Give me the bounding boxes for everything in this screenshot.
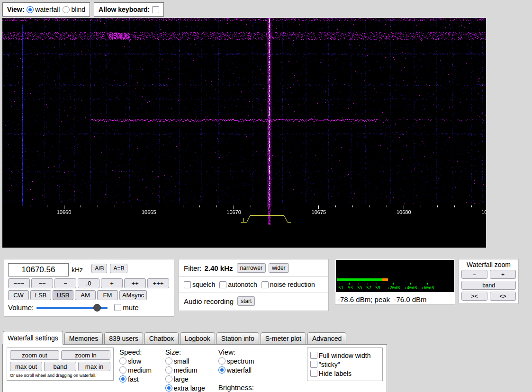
speed-option-slow[interactable]: slow <box>119 357 159 365</box>
frequency-unit-label: kHz <box>72 266 83 274</box>
waterfall-zoom-group: zoom outzoom in max outbandmax in Or use… <box>7 347 114 381</box>
display-option-sticky-checkbox[interactable] <box>310 361 317 368</box>
speed-label: Speed: <box>119 348 159 356</box>
mute-checkbox[interactable] <box>114 304 121 311</box>
display-option-hide-labels-checkbox[interactable] <box>310 370 317 377</box>
mode-button-lsb[interactable]: LSB <box>30 290 51 300</box>
speed-option-fast[interactable]: fast <box>119 375 159 383</box>
filter-narrower-button[interactable]: narrower <box>237 263 266 273</box>
divider <box>179 276 328 276</box>
size-option-small[interactable]: small <box>165 357 212 365</box>
tune-up-medium-button[interactable]: ++ <box>124 278 146 288</box>
filter-option-autonotch-checkbox[interactable] <box>219 281 226 288</box>
filter-option-autonotch-label: autonotch <box>228 281 257 288</box>
view-option-blind-radio[interactable] <box>63 6 70 13</box>
waterfall-zoom-band-button[interactable]: band <box>461 281 516 290</box>
volume-slider-thumb[interactable] <box>93 304 101 312</box>
waterfall-display[interactable] <box>2 18 486 248</box>
waterfall-zoom-in-button[interactable]: + <box>490 270 516 279</box>
waterfall-settings-panel: zoom outzoom in max outbandmax in Or use… <box>2 344 387 392</box>
tune-up-coarse-button[interactable]: +++ <box>147 278 169 288</box>
filter-option-squelch-label: squelch <box>192 281 215 288</box>
mode-button-usb[interactable]: USB <box>53 290 73 300</box>
divider <box>179 293 328 293</box>
allow-keyboard-checkbox[interactable] <box>152 6 159 13</box>
settings-zoom-buttons: zoom outzoom in <box>10 350 110 360</box>
tune-down-medium-button[interactable]: −− <box>31 278 53 288</box>
filter-option-autonotch[interactable]: autonotch <box>219 281 257 288</box>
filter-option-squelch[interactable]: squelch <box>184 281 215 288</box>
view-label: View: <box>7 6 24 13</box>
view-settings-label: View: <box>218 348 301 356</box>
tune-up-fine-button[interactable]: + <box>101 278 123 288</box>
view-option-blind-label: blind <box>71 6 85 13</box>
max-in-button[interactable]: max in <box>78 362 110 371</box>
brightness-label: Brightness: <box>218 383 301 392</box>
tune-down-coarse-button[interactable]: −−− <box>8 278 30 288</box>
tab-memories[interactable]: Memories <box>64 332 103 345</box>
view-option-spectrum-radio[interactable] <box>218 357 225 365</box>
tab-chatbox[interactable]: Chatbox <box>144 332 179 345</box>
memory-buttons: A/BA=B <box>91 264 127 273</box>
frequency-input[interactable] <box>8 263 69 276</box>
band-button[interactable]: band <box>44 362 76 371</box>
speed-group: Speed: slowmediumfast <box>118 347 160 384</box>
mode-button-cw[interactable]: CW <box>8 290 29 300</box>
tab-s-meter-plot[interactable]: S-meter plot <box>261 332 306 345</box>
display-option-sticky[interactable]: "sticky" <box>310 360 379 368</box>
frequency-panel: kHz A/BA=B −−−−−−.0++++++ CWLSBUSBAMFMAM… <box>4 259 174 317</box>
speed-option-fast-radio[interactable] <box>119 375 126 383</box>
tab-station-info[interactable]: Station info <box>216 332 259 345</box>
mode-button-amsync[interactable]: AMsync <box>119 290 147 300</box>
view-option-waterfall-radio[interactable] <box>27 6 34 13</box>
tab-waterfall-settings[interactable]: Waterfall settings <box>3 331 63 345</box>
size-option-medium[interactable]: medium <box>165 366 212 374</box>
mode-button-am[interactable]: AM <box>75 290 96 300</box>
filter-option-noise-reduction[interactable]: noise reduction <box>261 281 315 288</box>
size-option-small-radio[interactable] <box>165 357 172 365</box>
filter-wider-button[interactable]: wider <box>269 263 289 273</box>
top-bar: View: waterfallblind Allow keyboard: <box>2 2 164 17</box>
display-option-hide-labels-label: Hide labels <box>319 370 352 377</box>
display-option-hide-labels[interactable]: Hide labels <box>310 369 379 377</box>
waterfall-shrink-button[interactable]: >< <box>461 292 487 301</box>
speed-options: slowmediumfast <box>119 357 159 383</box>
waterfall-zoom-out-button[interactable]: − <box>461 270 487 279</box>
mute-option[interactable]: mute <box>114 303 138 312</box>
view-option-waterfall[interactable]: waterfall <box>27 6 60 13</box>
speed-option-slow-radio[interactable] <box>119 357 126 365</box>
mode-button-fm[interactable]: FM <box>97 290 118 300</box>
size-option-large-radio[interactable] <box>165 375 172 383</box>
speed-option-fast-label: fast <box>128 375 139 383</box>
size-option-extra-large[interactable]: extra large <box>165 384 212 392</box>
zoom-out-button[interactable]: zoom out <box>10 350 59 360</box>
tab-logbook[interactable]: Logbook <box>180 332 215 345</box>
view-option-waterfall[interactable]: waterfall <box>218 366 301 374</box>
swap-ab-button[interactable]: A/B <box>91 264 107 273</box>
size-option-extra-large-radio[interactable] <box>165 384 172 392</box>
max-out-button[interactable]: max out <box>10 362 42 371</box>
display-option-full-window-width[interactable]: Full window width <box>310 351 379 359</box>
display-option-full-window-width-checkbox[interactable] <box>310 352 317 359</box>
tune-down-fine-button[interactable]: − <box>54 278 76 288</box>
view-option-spectrum[interactable]: spectrum <box>218 357 301 365</box>
tuning-step-buttons: −−−−−−.0++++++ <box>8 278 170 288</box>
filter-option-squelch-checkbox[interactable] <box>184 281 191 288</box>
speed-option-medium-radio[interactable] <box>119 366 126 374</box>
copy-ab-button[interactable]: A=B <box>110 264 127 273</box>
size-option-large[interactable]: large <box>165 375 212 383</box>
size-option-medium-radio[interactable] <box>165 366 172 374</box>
speed-option-medium[interactable]: medium <box>119 366 159 374</box>
display-option-full-window-width-label: Full window width <box>319 352 371 359</box>
waterfall-expand-button[interactable]: <> <box>490 292 516 301</box>
tab-advanced[interactable]: Advanced <box>307 332 346 345</box>
tab-839-users[interactable]: 839 users <box>104 332 143 345</box>
filter-option-noise-reduction-checkbox[interactable] <box>261 281 269 288</box>
tune-round-button[interactable]: .0 <box>78 278 99 288</box>
zoom-in-button[interactable]: zoom in <box>61 350 110 360</box>
view-option-waterfall-radio[interactable] <box>218 366 225 374</box>
audio-recording-start-button[interactable]: start <box>237 296 255 306</box>
view-option-blind[interactable]: blind <box>63 6 85 13</box>
filter-label: Filter: <box>184 264 202 272</box>
volume-slider[interactable] <box>36 304 108 312</box>
